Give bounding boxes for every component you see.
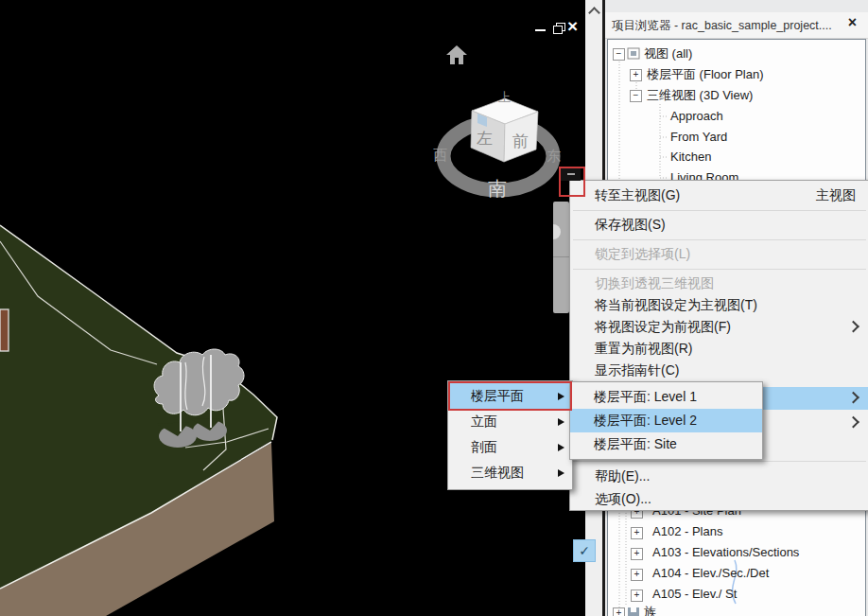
- menu-item-label: 转至主视图(G): [595, 187, 680, 204]
- tree-item-sheet-a103[interactable]: A103 - Elevations/Sections: [652, 544, 799, 561]
- navigation-bar-divider: [553, 256, 569, 257]
- menu-item-label: 将视图设定为前视图(F): [595, 319, 731, 336]
- menu-item-show-compass[interactable]: ✓ 显示指南针(C): [570, 360, 868, 382]
- menu-item-label: 切换到透视三维视图: [595, 275, 714, 292]
- floor-plan-submenu: 楼层平面: Level 1 楼层平面: Level 2 楼层平面: Site: [569, 381, 763, 460]
- restore-button-front-square[interactable]: [553, 26, 563, 34]
- expander-icon[interactable]: +: [613, 607, 625, 616]
- menu-item-label: 楼层平面: Site: [594, 436, 677, 453]
- menu-separator: [573, 210, 866, 211]
- tree-item-sheet-a105[interactable]: A105 - Elev./ St: [652, 586, 737, 603]
- tree-item-sheet-a102[interactable]: A102 - Plans: [652, 523, 722, 540]
- expander-icon[interactable]: +: [631, 569, 643, 581]
- submenu-item-level-2[interactable]: 楼层平面: Level 2: [570, 409, 762, 432]
- submenu-chevron-icon: [847, 392, 859, 404]
- menu-item-label: 将当前视图设定为主视图(T): [595, 297, 757, 314]
- menu-separator: [573, 269, 866, 270]
- menu-item-label: 楼层平面: Level 2: [594, 413, 697, 430]
- menu-separator: [573, 239, 866, 240]
- menu-item-label: 重置为前视图(R): [595, 341, 692, 358]
- menu-separator: [573, 461, 866, 462]
- menu-item-label: 立面: [471, 414, 497, 431]
- viewcube-context-menu: 转至主视图(G) 主视图 保存视图(S) 锁定到选择项(L) 切换到透视三维视图…: [569, 180, 868, 511]
- checkmark-icon: ✓: [573, 539, 596, 562]
- app-window: 西 东 南 上 左 前 × 项目浏览器 - rac_basic_sample_p…: [0, 0, 868, 616]
- submenu-arrow-icon: [558, 418, 564, 426]
- menu-item-label: 三维视图: [471, 465, 524, 482]
- tree-item-from-yard[interactable]: From Yard: [670, 129, 727, 146]
- menu-item-label: 保存视图(S): [595, 217, 666, 234]
- expander-icon[interactable]: +: [630, 69, 642, 81]
- submenu-arrow-icon: [558, 469, 564, 477]
- 3d-viewport-canvas[interactable]: 西 东 南 上 左 前 ×: [0, 0, 586, 616]
- menu-item-label: 楼层平面: Level 1: [594, 389, 697, 406]
- viewcube-home-icon[interactable]: [444, 43, 469, 67]
- menu-item-label: 帮助(E)...: [595, 468, 650, 485]
- navigation-bar[interactable]: [553, 202, 569, 313]
- viewcube-front-label: 前: [512, 132, 529, 150]
- tree-item-families[interactable]: 族: [644, 604, 656, 616]
- expander-icon[interactable]: +: [631, 527, 643, 539]
- minimize-button[interactable]: [535, 29, 546, 31]
- submenu-chevron-icon: [847, 416, 859, 429]
- panel-close-icon[interactable]: ×: [848, 14, 857, 31]
- annotation-box-trigger: [559, 167, 585, 197]
- expander-icon[interactable]: −: [630, 90, 642, 102]
- tree-item-views[interactable]: 视图 (all): [644, 45, 692, 62]
- menu-item-go-to-home-view[interactable]: 转至主视图(G) 主视图: [570, 184, 868, 208]
- close-button[interactable]: ×: [567, 16, 578, 37]
- submenu-item-3d-view[interactable]: 三维视图: [448, 460, 572, 485]
- views-icon: [627, 47, 640, 60]
- menu-item-toggle-perspective[interactable]: 切换到透视三维视图: [570, 273, 868, 294]
- viewcube-left-label: 左: [477, 130, 493, 148]
- families-icon: [627, 607, 640, 616]
- tree-item-kitchen[interactable]: Kitchen: [670, 149, 711, 166]
- submenu-item-level-1[interactable]: 楼层平面: Level 1: [570, 385, 762, 409]
- menu-item-label: 选项(O)...: [595, 491, 651, 508]
- viewcube-top-label: 上: [498, 90, 511, 104]
- compass-east-label[interactable]: 东: [547, 148, 561, 164]
- annotation-box-floor-plan-item: [448, 381, 572, 411]
- submenu-item-elevation[interactable]: 立面: [448, 409, 572, 434]
- tree-item-3d-view[interactable]: 三维视图 (3D View): [647, 87, 753, 104]
- menu-item-label: 剖面: [471, 439, 497, 456]
- compass-south-label[interactable]: 南: [488, 178, 507, 199]
- tree-item-floor-plan[interactable]: 楼层平面 (Floor Plan): [647, 66, 764, 83]
- menu-item-options[interactable]: 选项(O)...: [570, 488, 868, 511]
- building-fragment: [0, 309, 9, 351]
- menu-item-label: 显示指南针(C): [595, 362, 679, 379]
- submenu-arrow-icon: [558, 444, 564, 451]
- tree-item-sheet-a104[interactable]: A104 - Elev./Sec./Det: [652, 565, 769, 582]
- expander-icon[interactable]: −: [613, 48, 625, 61]
- menu-item-save-view[interactable]: 保存视图(S): [570, 213, 868, 238]
- project-browser-titlebar[interactable]: 项目浏览器 - rac_basic_sample_project.... ×: [605, 12, 868, 39]
- scroll-up-icon[interactable]: [588, 7, 600, 19]
- menu-item-help[interactable]: 帮助(E)...: [570, 466, 868, 488]
- menu-item-set-view-as-front[interactable]: 将视图设定为前视图(F): [570, 316, 868, 338]
- tree-item-approach[interactable]: Approach: [670, 108, 723, 125]
- menu-item-set-current-as-home[interactable]: 将当前视图设定为主视图(T): [570, 294, 868, 316]
- compass-west-label[interactable]: 西: [433, 147, 447, 163]
- menu-item-reset-front[interactable]: 重置为前视图(R): [570, 338, 868, 360]
- expander-icon[interactable]: +: [631, 590, 643, 602]
- menu-item-right-label: 主视图: [816, 187, 868, 204]
- submenu-item-section[interactable]: 剖面: [448, 434, 572, 460]
- submenu-item-site[interactable]: 楼层平面: Site: [570, 432, 762, 456]
- submenu-chevron-icon: [847, 320, 859, 332]
- menu-item-label: 锁定到选择项(L): [595, 246, 690, 263]
- expander-icon[interactable]: +: [631, 548, 643, 560]
- project-browser-title: 项目浏览器 - rac_basic_sample_project....: [612, 18, 832, 34]
- menu-item-lock-to-selection[interactable]: 锁定到选择项(L): [570, 242, 868, 267]
- terrain-3d-model: [0, 203, 284, 616]
